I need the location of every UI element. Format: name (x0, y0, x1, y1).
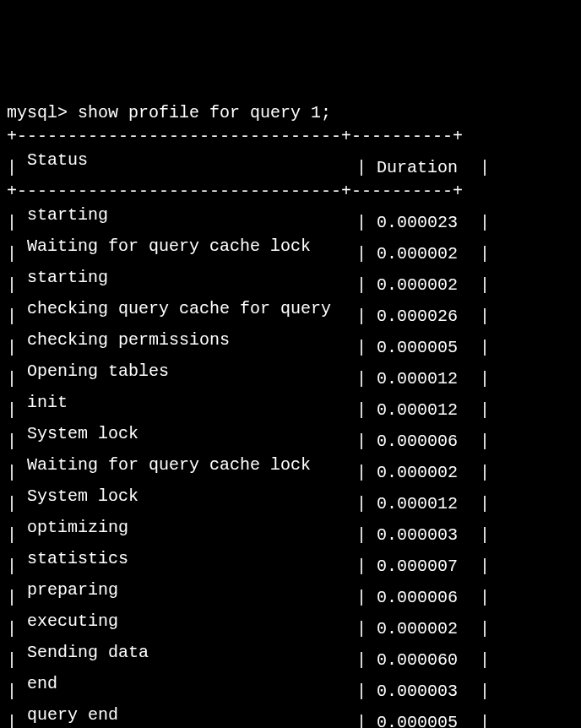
duration-cell: 0.000005 (377, 711, 470, 728)
table-row: | Waiting for query cache lock| 0.000002… (7, 454, 574, 485)
table-row: | statistics| 0.000007 | (7, 547, 574, 579)
duration-cell: 0.000002 (377, 461, 470, 485)
duration-cell: 0.000005 (377, 336, 470, 360)
duration-cell: 0.000006 (377, 586, 470, 610)
duration-cell: 0.000003 (377, 680, 470, 704)
duration-cell: 0.000002 (377, 274, 470, 297)
status-cell: starting (27, 266, 356, 290)
duration-cell: 0.000003 (377, 524, 470, 547)
status-cell: Sending data (27, 641, 356, 665)
status-cell: System lock (27, 485, 356, 508)
duration-cell: 0.000002 (377, 242, 470, 266)
status-cell: Waiting for query cache lock (27, 454, 356, 477)
status-cell: executing (27, 610, 356, 633)
status-cell: query end (27, 704, 356, 727)
status-cell: optimizing (27, 516, 356, 540)
status-cell: System lock (27, 422, 356, 446)
table-row: | checking query cache for query| 0.0000… (7, 297, 574, 329)
status-cell: preparing (27, 579, 356, 602)
table-row: | executing| 0.000002 | (7, 610, 574, 641)
status-cell: end (27, 672, 356, 696)
duration-cell: 0.000012 (377, 492, 470, 516)
duration-cell: 0.000006 (377, 430, 470, 454)
table-row: | checking permissions| 0.000005 | (7, 329, 574, 360)
duration-cell: 0.000002 (377, 617, 470, 641)
header-duration: Duration (377, 156, 470, 180)
status-cell: Opening tables (27, 360, 356, 383)
table-row: | Opening tables| 0.000012 | (7, 360, 574, 391)
table-row: | System lock| 0.000012 | (7, 485, 574, 516)
header-row: | Status| Duration | (7, 149, 574, 180)
table-row: | starting| 0.000023 | (7, 204, 574, 235)
table-row: | optimizing| 0.000003 | (7, 516, 574, 547)
status-cell: Waiting for query cache lock (27, 235, 356, 258)
header-status: Status (27, 149, 356, 172)
duration-cell: 0.000012 (377, 367, 470, 391)
table-row: | Waiting for query cache lock| 0.000002… (7, 235, 574, 266)
command-text: show profile for query 1; (78, 103, 331, 122)
duration-cell: 0.000026 (377, 305, 470, 329)
duration-cell: 0.000060 (377, 649, 470, 672)
status-cell: init (27, 391, 356, 415)
border-header: +--------------------------------+------… (7, 180, 574, 204)
status-cell: checking permissions (27, 329, 356, 352)
table-row: | init| 0.000012 | (7, 391, 574, 422)
table-row: | end| 0.000003 | (7, 672, 574, 704)
table-row: | Sending data| 0.000060 | (7, 641, 574, 672)
command-line: mysql> show profile for query 1; (7, 101, 574, 125)
table-row: | System lock| 0.000006 | (7, 422, 574, 454)
status-cell: statistics (27, 547, 356, 571)
border-top: +--------------------------------+------… (7, 125, 574, 149)
table-body: | starting| 0.000023 || Waiting for quer… (7, 204, 574, 728)
table-row: | starting| 0.000002 | (7, 266, 574, 297)
duration-cell: 0.000007 (377, 555, 470, 579)
table-row: | query end| 0.000005 | (7, 704, 574, 728)
status-cell: checking query cache for query (27, 297, 356, 321)
table-row: | preparing| 0.000006 | (7, 579, 574, 610)
duration-cell: 0.000023 (377, 211, 470, 235)
status-cell: starting (27, 204, 356, 227)
duration-cell: 0.000012 (377, 399, 470, 422)
mysql-prompt: mysql> (7, 103, 78, 122)
